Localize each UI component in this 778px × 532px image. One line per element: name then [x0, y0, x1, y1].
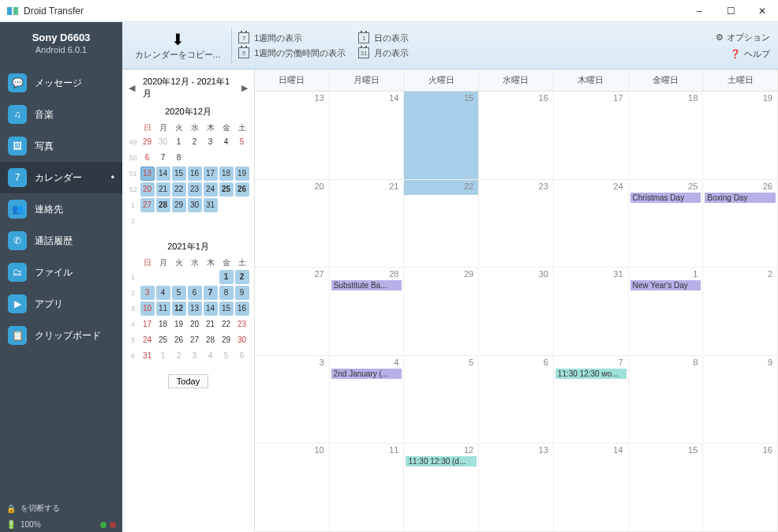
mini-day[interactable]: 5	[219, 349, 234, 363]
mini-day[interactable]: 19	[235, 167, 249, 181]
calendar-event[interactable]: 11:30 12:30 wo...	[555, 369, 627, 379]
big-cal-cell[interactable]: 5	[404, 356, 479, 444]
sidebar-item-7[interactable]: ▶アプリ	[0, 288, 122, 320]
range-next-button[interactable]: ▶	[238, 83, 251, 93]
mini-day[interactable]: 29	[172, 198, 186, 212]
big-cal-cell[interactable]: 30	[479, 268, 554, 356]
mini-day[interactable]: 13	[188, 302, 202, 316]
big-cal-cell[interactable]: 8	[629, 356, 704, 444]
mini-day[interactable]: 4	[204, 349, 218, 363]
mini-day[interactable]: 22	[219, 317, 234, 332]
mini-day[interactable]: 31	[140, 349, 155, 363]
mini-day[interactable]: 4	[219, 135, 234, 149]
today-button[interactable]: Today	[168, 374, 208, 388]
big-cal-cell[interactable]: 42nd January (...	[330, 356, 405, 444]
mini-day[interactable]: 23	[235, 317, 249, 332]
mini-day[interactable]: 29	[140, 135, 155, 149]
mini-day[interactable]: 21	[156, 182, 170, 197]
big-cal-cell[interactable]: 19	[703, 92, 778, 180]
big-cal-cell[interactable]: 14	[330, 92, 405, 180]
mini-day[interactable]: 27	[188, 333, 202, 347]
big-cal-cell[interactable]: 31	[554, 268, 629, 356]
view-day-button[interactable]: 1 日の表示	[358, 32, 409, 44]
big-cal-cell[interactable]: 28Substitute Ba...	[330, 268, 405, 356]
sidebar-item-8[interactable]: 📋クリップボード	[0, 320, 122, 351]
big-cal-cell[interactable]: 16	[479, 92, 554, 180]
view-workweek-button[interactable]: 5 1週間の労働時間の表示	[238, 47, 346, 59]
mini-day[interactable]: 26	[172, 333, 186, 347]
big-cal-cell[interactable]: 27	[255, 268, 330, 356]
mini-day[interactable]: 10	[140, 302, 155, 316]
mini-day[interactable]: 13	[140, 167, 155, 181]
view-week-button[interactable]: 7 1週間の表示	[238, 32, 346, 44]
big-cal-cell[interactable]: 14	[554, 444, 629, 532]
mini-day[interactable]: 2	[235, 270, 249, 284]
mini-day[interactable]: 9	[235, 286, 249, 300]
mini-day[interactable]: 11	[156, 302, 170, 316]
mini-day[interactable]: 5	[235, 135, 249, 149]
mini-day[interactable]: 1	[219, 270, 234, 284]
big-cal-cell[interactable]: 23	[479, 180, 554, 268]
mini-day[interactable]: 25	[156, 333, 170, 347]
copy-calendar-button[interactable]: ⬇ カレンダーをコピー...	[130, 28, 225, 62]
mini-day[interactable]: 17	[204, 167, 218, 181]
mini-day[interactable]: 5	[172, 286, 186, 300]
window-minimize-button[interactable]: –	[683, 0, 715, 22]
mini-day[interactable]: 23	[188, 182, 202, 197]
big-cal-cell[interactable]: 26Boxing Day	[703, 180, 778, 268]
mini-day[interactable]: 4	[156, 286, 170, 300]
mini-day[interactable]: 6	[235, 349, 249, 363]
mini-day[interactable]: 6	[140, 151, 155, 165]
mini-day[interactable]: 3	[204, 135, 218, 149]
mini-day[interactable]: 24	[204, 182, 218, 197]
mini-day[interactable]: 2	[188, 135, 202, 149]
mini-day[interactable]: 3	[188, 349, 202, 363]
mini-day[interactable]: 24	[140, 333, 155, 347]
calendar-event[interactable]: 11:30 12:30 (d...	[406, 456, 477, 466]
big-cal-cell[interactable]: 1211:30 12:30 (d...	[404, 444, 479, 532]
mini-day[interactable]: 30	[156, 135, 170, 149]
big-cal-cell[interactable]: 9	[703, 356, 778, 444]
mini-day[interactable]: 2	[172, 349, 186, 363]
calendar-event[interactable]: Substitute Ba...	[331, 280, 402, 290]
big-cal-cell[interactable]: 2	[703, 268, 778, 356]
big-cal-cell[interactable]: 15	[404, 92, 479, 180]
big-cal-cell[interactable]: 16	[703, 444, 778, 532]
mini-day[interactable]: 20	[188, 317, 202, 332]
mini-day[interactable]: 7	[156, 151, 170, 165]
mini-day[interactable]: 12	[172, 302, 186, 316]
big-cal-cell[interactable]: 10	[255, 444, 330, 532]
help-button[interactable]: ❓ ヘルプ	[730, 48, 770, 60]
big-cal-cell[interactable]: 13	[255, 92, 330, 180]
mini-day[interactable]: 31	[204, 198, 218, 212]
big-cal-cell[interactable]: 6	[479, 356, 554, 444]
mini-day[interactable]: 8	[219, 286, 234, 300]
mini-day[interactable]: 30	[235, 333, 249, 347]
mini-day[interactable]: 3	[140, 286, 155, 300]
big-cal-cell[interactable]: 18	[629, 92, 704, 180]
mini-day[interactable]: 22	[172, 182, 186, 197]
mini-day[interactable]: 14	[156, 167, 170, 181]
mini-day[interactable]: 28	[204, 333, 218, 347]
calendar-event[interactable]: Christmas Day	[630, 193, 701, 203]
big-cal-cell[interactable]: 21	[330, 180, 405, 268]
mini-day[interactable]: 16	[235, 302, 249, 316]
calendar-event[interactable]: Boxing Day	[705, 193, 776, 203]
mini-day[interactable]: 15	[219, 302, 234, 316]
big-cal-cell[interactable]: 24	[554, 180, 629, 268]
mini-day[interactable]: 30	[188, 198, 202, 212]
big-cal-cell[interactable]: 25Christmas Day	[629, 180, 704, 268]
sidebar-item-2[interactable]: 🖼写真	[0, 130, 122, 162]
sidebar-item-6[interactable]: 🗂ファイル	[0, 257, 122, 288]
sidebar-item-3[interactable]: 7カレンダー	[0, 162, 122, 193]
mini-day[interactable]: 18	[219, 167, 234, 181]
sidebar-item-5[interactable]: ✆通話履歴	[0, 225, 122, 257]
mini-day[interactable]: 6	[188, 286, 202, 300]
sidebar-item-4[interactable]: 👥連絡先	[0, 193, 122, 225]
big-cal-cell[interactable]: 29	[404, 268, 479, 356]
big-cal-cell[interactable]: 11	[330, 444, 405, 532]
mini-day[interactable]: 18	[156, 317, 170, 332]
sidebar-item-0[interactable]: 💬メッセージ	[0, 67, 122, 99]
mini-day[interactable]: 25	[219, 182, 234, 197]
sidebar-item-1[interactable]: ♫音楽	[0, 99, 122, 130]
